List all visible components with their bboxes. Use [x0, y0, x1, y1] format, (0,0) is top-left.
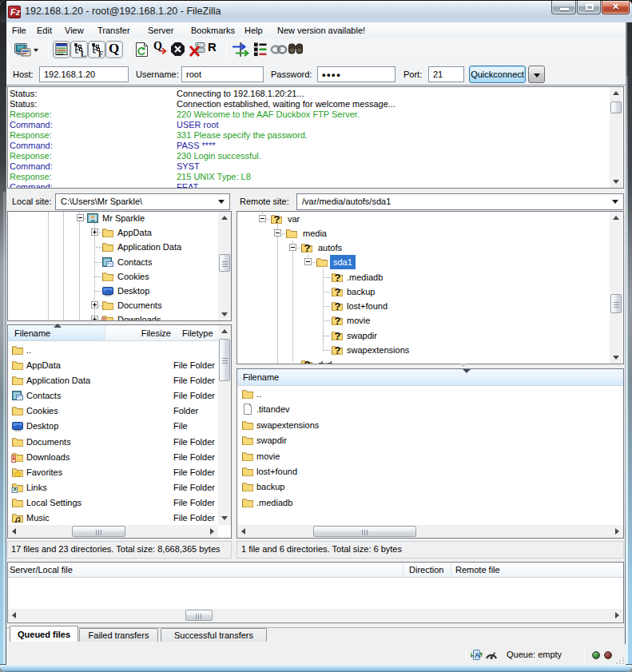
- svg-text:A: A: [475, 651, 480, 659]
- svg-text:L: L: [81, 50, 86, 58]
- svg-text:F: F: [98, 50, 103, 58]
